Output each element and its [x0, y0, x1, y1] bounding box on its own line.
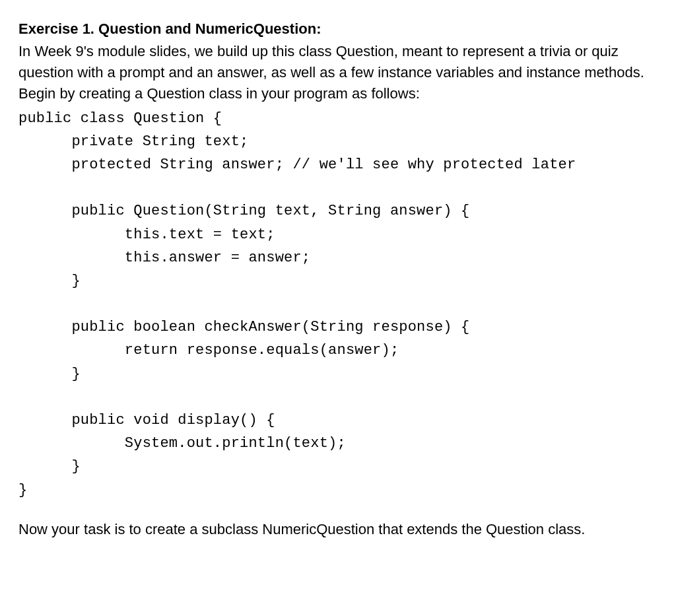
exercise-heading: Exercise 1. Question and NumericQuestion… — [18, 18, 658, 40]
exercise-heading-text: Exercise 1. Question and NumericQuestion… — [18, 20, 321, 37]
intro-paragraph: In Week 9's module slides, we build up t… — [18, 41, 658, 104]
code-listing: public class Question { private String t… — [18, 107, 658, 502]
outro-paragraph: Now your task is to create a subclass Nu… — [18, 519, 658, 540]
